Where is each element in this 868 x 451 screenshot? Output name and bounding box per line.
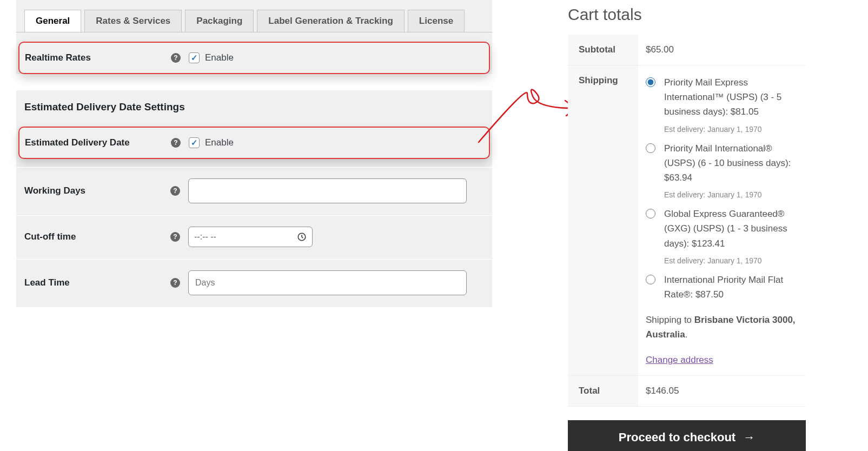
shipping-option-radio[interactable] [646, 275, 655, 284]
tab-packaging[interactable]: Packaging [185, 10, 254, 32]
realtime-rates-checkbox[interactable] [189, 52, 200, 63]
working-days-label: Working Days [24, 185, 170, 196]
help-icon[interactable]: ? [170, 232, 180, 242]
settings-tabs: General Rates & Services Packaging Label… [16, 0, 492, 32]
shipping-option-text: Global Express Guaranteed® (GXG) (USPS) … [664, 207, 798, 251]
shipping-option-text: Priority Mail International® (USPS) (6 -… [664, 141, 798, 185]
checkout-button-label: Proceed to checkout [619, 430, 736, 445]
estimated-delivery-date-checkbox[interactable] [189, 137, 200, 148]
estimated-delivery-date-label: Estimated Delivery Date [25, 137, 171, 148]
help-icon[interactable]: ? [171, 138, 181, 148]
shipping-option: Global Express Guaranteed® (GXG) (USPS) … [646, 207, 798, 251]
tab-rates-services[interactable]: Rates & Services [84, 10, 182, 32]
working-days-row: Working Days ? [16, 167, 492, 215]
help-icon[interactable]: ? [171, 53, 181, 63]
cart-totals-title: Cart totals [568, 5, 806, 24]
edd-section-header: Estimated Delivery Date Settings [16, 90, 492, 117]
est-delivery-text: Est delivery: January 1, 1970 [664, 125, 798, 134]
est-delivery-text: Est delivery: January 1, 1970 [664, 256, 798, 265]
cutoff-time-placeholder: --:-- -- [194, 232, 216, 242]
total-value: $146.05 [638, 376, 806, 407]
shipping-option: Priority Mail International® (USPS) (6 -… [646, 141, 798, 185]
subtotal-value: $65.00 [638, 35, 806, 65]
cutoff-time-row: Cut-off time ? --:-- -- [16, 215, 492, 259]
clock-icon [297, 232, 307, 242]
shipping-option-radio[interactable] [646, 77, 655, 87]
estimated-delivery-date-enable-label: Enable [205, 137, 234, 148]
tab-label-generation[interactable]: Label Generation & Tracking [257, 10, 405, 32]
shipping-option-radio[interactable] [646, 209, 655, 218]
shipping-option: International Priority Mail Flat Rate®: … [646, 273, 798, 302]
working-days-input[interactable] [188, 178, 467, 203]
total-label: Total [568, 376, 638, 407]
cutoff-time-label: Cut-off time [24, 231, 170, 242]
tab-general[interactable]: General [24, 10, 81, 32]
shipping-to-text: Shipping to Brisbane Victoria 3000, Aust… [646, 313, 798, 342]
realtime-rates-row: Realtime Rates ? Enable [18, 42, 490, 74]
realtime-rates-enable-label: Enable [205, 52, 234, 63]
lead-time-label: Lead Time [24, 277, 170, 288]
help-icon[interactable]: ? [170, 278, 180, 288]
tab-license[interactable]: License [408, 10, 465, 32]
proceed-to-checkout-button[interactable]: Proceed to checkout → [568, 420, 806, 451]
est-delivery-text: Est delivery: January 1, 1970 [664, 190, 798, 199]
help-icon[interactable]: ? [170, 186, 180, 196]
shipping-label: Shipping [568, 65, 638, 376]
shipping-option: Priority Mail Express International™ (US… [646, 75, 798, 120]
realtime-rates-label: Realtime Rates [25, 52, 171, 63]
cart-totals-table: Subtotal $65.00 Shipping Priority Mail E… [568, 35, 806, 407]
arrow-right-icon: → [743, 430, 755, 445]
lead-time-input[interactable] [188, 270, 467, 295]
estimated-delivery-date-row: Estimated Delivery Date ? Enable [18, 127, 490, 159]
lead-time-row: Lead Time ? [16, 259, 492, 307]
change-address-link[interactable]: Change address [646, 355, 713, 366]
subtotal-label: Subtotal [568, 35, 638, 65]
shipping-option-text: International Priority Mail Flat Rate®: … [664, 273, 798, 302]
shipping-option-radio[interactable] [646, 143, 655, 153]
cutoff-time-input[interactable]: --:-- -- [188, 227, 313, 247]
shipping-option-text: Priority Mail Express International™ (US… [664, 75, 798, 120]
